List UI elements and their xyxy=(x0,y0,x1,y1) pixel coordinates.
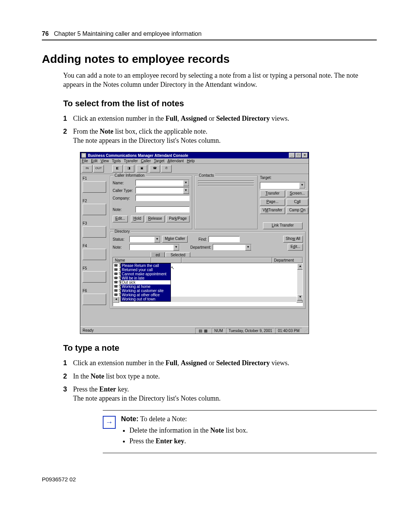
screen-button[interactable]: Screen... xyxy=(287,190,308,197)
show-all-button[interactable]: Show All xyxy=(283,236,303,243)
make-caller-button[interactable]: Make Caller xyxy=(162,236,188,243)
loop-button-f5[interactable] xyxy=(83,271,106,283)
heading-2-select: To select from the list of notes xyxy=(63,99,377,109)
tab-selected[interactable]: Selected xyxy=(166,252,190,257)
menu-view[interactable]: View xyxy=(100,159,109,163)
menu-tools[interactable]: Tools xyxy=(112,159,121,163)
phone-icon: ☎ xyxy=(114,272,118,276)
vertical-scrollbar[interactable]: ▲ ▼ xyxy=(297,264,303,300)
note-option[interactable]: Working at customer site xyxy=(121,289,170,293)
system-menu-icon[interactable]: ◎ xyxy=(81,153,86,158)
loop-button-f4[interactable] xyxy=(83,249,106,260)
step-body: Press the Enter key. The note appears in… xyxy=(73,385,377,403)
note-arrow-icon: → xyxy=(103,416,116,429)
chevron-down-icon[interactable]: ▼ xyxy=(299,182,305,189)
status-combo[interactable]: ▼ xyxy=(129,236,161,242)
note-bullet: Press the Enter key. xyxy=(129,436,248,446)
column-header-notes[interactable] xyxy=(182,257,272,263)
note-option[interactable]: Please Return the call xyxy=(121,264,170,268)
find-field[interactable] xyxy=(209,236,240,242)
scroll-up-button[interactable]: ▲ xyxy=(297,264,303,270)
menu-edit[interactable]: Edit xyxy=(91,159,97,163)
release-button[interactable]: Release xyxy=(145,216,165,222)
tab-assigned[interactable]: ed xyxy=(151,252,165,257)
step-number: 1 xyxy=(63,358,73,367)
caller-type-combo[interactable]: ▼ xyxy=(135,187,190,193)
resize-grip-icon[interactable]: ⋰ xyxy=(303,328,309,332)
transfer-button[interactable]: Transfer xyxy=(260,190,285,197)
menu-attendant[interactable]: Attendant xyxy=(167,159,184,163)
note-option[interactable]: Working out of town xyxy=(121,297,170,301)
column-header-name[interactable]: Name xyxy=(113,257,151,263)
step-body: In the Note list box type a note. xyxy=(73,372,377,381)
hold-button[interactable]: Hold xyxy=(131,216,144,222)
field-label: Target: xyxy=(260,176,306,180)
toolbar-out-button[interactable]: OUT xyxy=(93,165,104,173)
toolbar-icon[interactable]: ✆ xyxy=(161,165,172,173)
loop-button-f3[interactable] xyxy=(83,226,106,238)
step-body: Click an extension number in the Full, A… xyxy=(73,358,377,367)
step-number: 2 xyxy=(63,127,73,145)
contact-slot[interactable] xyxy=(198,181,254,181)
loop-button-f2[interactable] xyxy=(83,204,106,215)
toolbar-icon[interactable]: ▣ xyxy=(137,165,147,173)
menu-transfer[interactable]: Transfer xyxy=(124,159,138,163)
parkpage-button[interactable]: Park/Page xyxy=(166,216,190,222)
call-button[interactable]: Call xyxy=(287,199,308,206)
loop-button-column: F1 F2 F3 F4 F5 F6 xyxy=(80,174,110,326)
field-label: Department: xyxy=(190,245,211,249)
target-panel: Target: ▼ Transfer Screen... Page... Cal… xyxy=(260,176,306,229)
maximize-button[interactable]: □ xyxy=(295,153,301,158)
note-option[interactable]: Out sick xyxy=(121,280,170,284)
toolbar-icon[interactable]: ☎ xyxy=(150,165,160,173)
menu-help[interactable]: Help xyxy=(187,159,195,163)
note-option[interactable]: Working at home xyxy=(121,284,170,289)
campon-button[interactable]: Camp On xyxy=(287,207,308,214)
name-combo[interactable]: ▼ xyxy=(135,180,190,186)
note-option[interactable]: Returned your call xyxy=(121,268,170,272)
directory-edit-button[interactable]: Edit... xyxy=(288,244,303,251)
chevron-down-icon[interactable]: ▼ xyxy=(154,236,160,243)
contact-slot[interactable] xyxy=(198,185,254,186)
vmtransfer-button[interactable]: VMTransfer xyxy=(260,207,285,214)
chevron-down-icon[interactable]: ▼ xyxy=(173,244,179,251)
target-combo[interactable]: ▼ xyxy=(260,182,306,189)
toolbar-in-button[interactable]: IN xyxy=(82,165,92,173)
scroll-down-button[interactable]: ▼ xyxy=(297,294,303,300)
phone-icon: ☎ xyxy=(114,268,118,272)
page-button[interactable]: Page... xyxy=(260,199,285,206)
edit-button[interactable]: Edit... xyxy=(113,216,128,222)
step-number: 1 xyxy=(63,114,73,123)
note-combo[interactable]: ▼ xyxy=(129,244,180,250)
chevron-down-icon[interactable]: ▼ xyxy=(183,180,189,186)
note-option[interactable]: Will be in late xyxy=(121,276,170,280)
column-header-ext[interactable] xyxy=(151,257,182,263)
scroll-left-button[interactable]: ◄ xyxy=(113,297,119,303)
chevron-down-icon[interactable]: ▼ xyxy=(183,188,189,194)
contact-slot[interactable] xyxy=(198,183,254,184)
menu-caller[interactable]: Caller xyxy=(141,159,151,163)
toolbar-icon[interactable]: ◧ xyxy=(112,165,123,173)
link-transfer-button[interactable]: Link Transfer xyxy=(263,222,303,229)
directory-list[interactable]: Name Department ↖ Please Return the call… xyxy=(113,257,303,306)
menu-target[interactable]: Target xyxy=(154,159,164,163)
loop-button-f1[interactable] xyxy=(83,181,106,193)
menu-file[interactable]: File xyxy=(82,159,88,163)
toolbar-icon[interactable]: ◨ xyxy=(124,165,134,173)
caller-note-field[interactable] xyxy=(135,206,190,212)
company-field[interactable] xyxy=(135,195,190,201)
loop-label: F4 xyxy=(83,244,108,248)
phone-icon: ☎ xyxy=(114,289,118,292)
column-header-department[interactable]: Department xyxy=(272,257,303,263)
title-bar[interactable]: ◎ Business Communications Manager Attend… xyxy=(80,152,309,158)
note-dropdown-list[interactable]: Please Return the call Returned your cal… xyxy=(121,263,171,302)
loop-label: F2 xyxy=(83,199,108,203)
note-option[interactable]: Working at other office xyxy=(121,293,170,297)
close-button[interactable]: × xyxy=(302,153,308,158)
intro-paragraph: You can add a note to an employee record… xyxy=(63,71,377,89)
minimize-button[interactable]: _ xyxy=(289,153,295,158)
department-combo[interactable]: ▼ xyxy=(213,244,252,250)
loop-button-f6[interactable] xyxy=(83,294,106,305)
note-option[interactable]: Cannot make appointment xyxy=(121,272,170,276)
chevron-down-icon[interactable]: ▼ xyxy=(245,244,251,251)
